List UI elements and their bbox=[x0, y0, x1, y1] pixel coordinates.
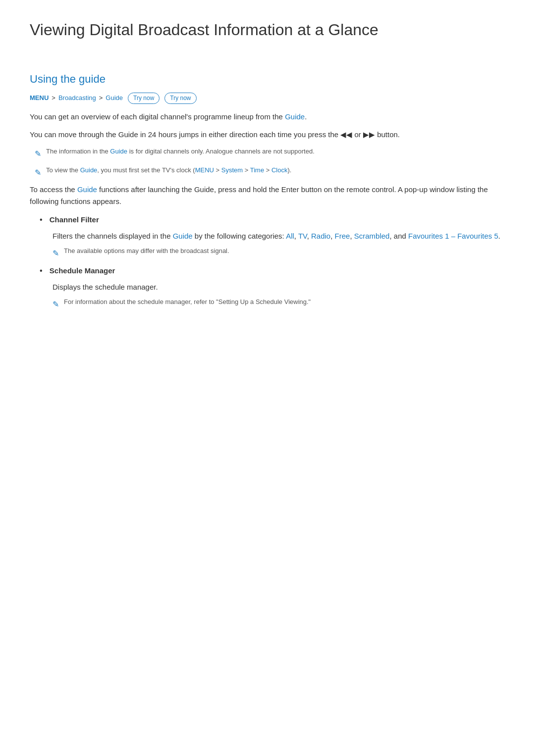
note-icon-channel-filter: ✎ bbox=[53, 247, 59, 260]
para2: You can move through the Guide in 24 hou… bbox=[30, 129, 505, 141]
bullet-channel-filter: Channel Filter Filters the channels disp… bbox=[40, 213, 505, 259]
note-text-1: The information in the Guide is for digi… bbox=[46, 147, 315, 157]
section-heading: Using the guide bbox=[30, 70, 505, 88]
breadcrumb: MENU > Broadcasting > Guide Try now Try … bbox=[30, 93, 505, 104]
note-block-2: ✎ To view the Guide, you must first set … bbox=[35, 165, 505, 179]
link-radio[interactable]: Radio bbox=[311, 232, 330, 240]
link-system-note2[interactable]: System bbox=[221, 166, 243, 174]
breadcrumb-sep2: > bbox=[99, 93, 103, 103]
link-clock-note2[interactable]: Clock bbox=[271, 166, 288, 174]
link-time-note2[interactable]: Time bbox=[250, 166, 264, 174]
note-text-2: To view the Guide, you must first set th… bbox=[46, 165, 291, 176]
link-guide-note2[interactable]: Guide bbox=[80, 166, 98, 174]
note-icon-2: ✎ bbox=[35, 166, 41, 179]
bullet-schedule-manager: Schedule Manager Displays the schedule m… bbox=[40, 264, 505, 310]
section-using-guide: Using the guide MENU > Broadcasting > Gu… bbox=[30, 70, 505, 311]
bullet-content-channel-filter: Filters the channels displayed in the Gu… bbox=[53, 230, 505, 242]
link-all[interactable]: All bbox=[286, 232, 294, 240]
link-menu-note2[interactable]: MENU bbox=[195, 166, 214, 174]
note-icon-schedule-manager: ✎ bbox=[53, 298, 59, 311]
link-tv[interactable]: TV bbox=[298, 232, 307, 240]
link-guide-note1[interactable]: Guide bbox=[110, 148, 127, 155]
link-scrambled[interactable]: Scrambled bbox=[354, 232, 390, 240]
try-now-badge-1[interactable]: Try now bbox=[128, 93, 160, 104]
link-favourites[interactable]: Favourites 1 – Favourites 5 bbox=[408, 232, 498, 240]
link-guide-para3[interactable]: Guide bbox=[77, 185, 97, 194]
try-now-badge-2[interactable]: Try now bbox=[164, 93, 196, 104]
link-free[interactable]: Free bbox=[335, 232, 350, 240]
note-block-channel-filter: ✎ The available options may differ with … bbox=[53, 246, 505, 260]
bullet-label-schedule-manager: Schedule Manager bbox=[50, 266, 115, 275]
note-block-schedule-manager: ✎ For information about the schedule man… bbox=[53, 297, 505, 311]
link-guide-1[interactable]: Guide bbox=[285, 112, 305, 121]
para3: To access the Guide functions after laun… bbox=[30, 184, 505, 207]
note-text-schedule-manager: For information about the schedule manag… bbox=[64, 297, 311, 307]
breadcrumb-broadcasting[interactable]: Broadcasting bbox=[58, 93, 96, 103]
breadcrumb-sep1: > bbox=[52, 93, 55, 103]
bullet-list: Channel Filter Filters the channels disp… bbox=[40, 213, 505, 310]
page-title: Viewing Digital Broadcast Information at… bbox=[30, 20, 505, 46]
link-guide-channel-filter[interactable]: Guide bbox=[173, 232, 193, 240]
note-icon-1: ✎ bbox=[35, 148, 41, 160]
note-block-1: ✎ The information in the Guide is for di… bbox=[35, 147, 505, 160]
breadcrumb-menu[interactable]: MENU bbox=[30, 93, 49, 103]
bullet-label-channel-filter: Channel Filter bbox=[50, 215, 99, 224]
note-text-channel-filter: The available options may differ with th… bbox=[64, 246, 229, 256]
breadcrumb-guide[interactable]: Guide bbox=[106, 93, 123, 103]
bullet-content-schedule-manager: Displays the schedule manager. bbox=[53, 281, 505, 293]
para1: You can get an overview of each digital … bbox=[30, 111, 505, 123]
